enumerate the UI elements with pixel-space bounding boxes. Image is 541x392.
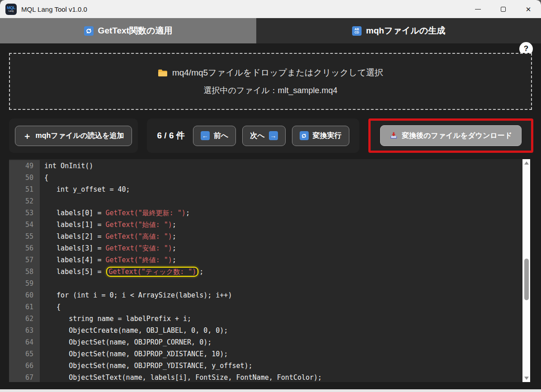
sync-icon bbox=[84, 26, 94, 36]
code-line-text: string name = labelPrefix + i; bbox=[40, 313, 191, 325]
code-line-text: ObjectCreate(name, OBJ_LABEL, 0, 0, 0); bbox=[40, 325, 228, 336]
line-number: 60 bbox=[9, 289, 40, 301]
maximize-button[interactable] bbox=[490, 0, 516, 18]
code-line: 49int OnInit() bbox=[9, 160, 522, 172]
drop-zone-text: mq4/mq5ファイルをドロップまたはクリックして選択 bbox=[172, 67, 383, 79]
vertical-scrollbar[interactable] bbox=[522, 159, 530, 382]
add-mqh-panel: ＋ mqhファイルの読込を追加 bbox=[9, 118, 138, 153]
scrollbar-thumb[interactable] bbox=[524, 259, 529, 300]
line-number: 65 bbox=[9, 348, 40, 360]
match-counter: 6 / 6 件 bbox=[157, 130, 185, 142]
code-line-text: { bbox=[40, 172, 48, 184]
line-number: 63 bbox=[9, 325, 40, 336]
line-number: 54 bbox=[9, 219, 40, 231]
code-line: 60 for (int i = 0; i < ArraySize(labels)… bbox=[9, 289, 522, 301]
line-number: 61 bbox=[9, 301, 40, 313]
code-line-text: ObjectSet(name, OBJPROP_XDISTANCE, 10); bbox=[40, 348, 228, 360]
download-label: 変換後のファイルをダウンロード bbox=[402, 131, 512, 141]
window-controls: ✕ bbox=[465, 0, 541, 18]
line-number: 64 bbox=[9, 336, 40, 348]
line-number: 66 bbox=[9, 360, 40, 372]
convert-sync-icon bbox=[300, 131, 309, 140]
line-number: 57 bbox=[9, 254, 40, 266]
triangle-up-icon bbox=[524, 161, 529, 165]
line-number: 62 bbox=[9, 313, 40, 325]
tab-label: GetText関数の適用 bbox=[98, 25, 173, 37]
line-number: 67 bbox=[9, 372, 40, 382]
add-mqh-label: mqhファイルの読込を追加 bbox=[35, 131, 124, 141]
code-line: 51 int y_offset = 40; bbox=[9, 184, 522, 195]
abcd-icon-row1: AB bbox=[354, 28, 359, 31]
code-line-text bbox=[40, 195, 44, 207]
line-number: 49 bbox=[9, 160, 40, 172]
code-line: 56 labels[3] = GetText("安値: "); bbox=[9, 242, 522, 254]
navigation-panel: 6 / 6 件 ← 前へ 次へ → 変換実行 bbox=[147, 118, 359, 153]
code-line-text: labels[3] = GetText("安値: "); bbox=[40, 242, 176, 254]
gettext-call: GetText("最終更新: ") bbox=[105, 209, 185, 217]
code-line-text: int OnInit() bbox=[40, 160, 93, 172]
code-line: 58 labels[5] = GetText("ティック数: "); bbox=[9, 266, 522, 278]
gettext-call: GetText("高値: ") bbox=[105, 232, 172, 241]
prev-button[interactable]: ← 前へ bbox=[193, 126, 236, 146]
prev-label: 前へ bbox=[214, 131, 228, 141]
code-line-text: labels[1] = GetText("始値: "); bbox=[40, 219, 176, 231]
next-label: 次へ bbox=[250, 131, 264, 141]
tab-mqh-generate[interactable]: AB CD mqhファイルの生成 bbox=[256, 18, 541, 43]
code-line-text: ObjectSet(name, OBJPROP_YDISTANCE, y_off… bbox=[40, 360, 253, 372]
abcd-icon-row2: CD bbox=[354, 31, 359, 34]
add-mqh-button[interactable]: ＋ mqhファイルの読込を追加 bbox=[15, 126, 132, 146]
code-line-text: int y_offset = 40; bbox=[40, 184, 130, 195]
line-number: 53 bbox=[9, 207, 40, 219]
download-highlight-frame: 変換後のファイルをダウンロード bbox=[368, 118, 533, 153]
code-line: 50{ bbox=[9, 172, 522, 184]
code-line: 61 { bbox=[9, 301, 522, 313]
gettext-call: GetText("終値: ") bbox=[105, 256, 172, 264]
gettext-call: GetText("安値: ") bbox=[105, 244, 172, 252]
code-lines[interactable]: 49int OnInit()50{51 int y_offset = 40;52… bbox=[9, 159, 522, 382]
app-logo-text-bottom: Lang bbox=[9, 10, 14, 12]
line-number: 56 bbox=[9, 242, 40, 254]
close-icon: ✕ bbox=[526, 6, 532, 13]
download-icon bbox=[390, 132, 398, 140]
scroll-up-button[interactable] bbox=[522, 159, 530, 167]
file-drop-zone[interactable]: mq4/mq5ファイルをドロップまたはクリックして選択 選択中のファイル：mlt… bbox=[9, 53, 532, 110]
code-line: 65 ObjectSet(name, OBJPROP_XDISTANCE, 10… bbox=[9, 348, 522, 360]
code-editor: 49int OnInit()50{51 int y_offset = 40;52… bbox=[9, 159, 530, 382]
maximize-icon bbox=[501, 7, 506, 12]
triangle-down-icon bbox=[524, 377, 529, 380]
title-bar: MQL Lang MQL Lang Tool v1.0.0 ✕ bbox=[0, 0, 541, 18]
code-line-text: for (int i = 0; i < ArraySize(labels); i… bbox=[40, 289, 232, 301]
download-button[interactable]: 変換後のファイルをダウンロード bbox=[380, 125, 522, 146]
help-icon: ? bbox=[524, 44, 528, 53]
line-number: 50 bbox=[9, 172, 40, 184]
close-button[interactable]: ✕ bbox=[516, 0, 541, 18]
tab-bar: GetText関数の適用 AB CD mqhファイルの生成 ? bbox=[0, 18, 541, 43]
window-title: MQL Lang Tool v1.0.0 bbox=[21, 5, 87, 13]
code-line-text: labels[5] = GetText("ティック数: "); bbox=[40, 266, 203, 278]
next-button[interactable]: 次へ → bbox=[242, 126, 285, 146]
app-logo-icon: MQL Lang bbox=[5, 4, 17, 15]
convert-button[interactable]: 変換実行 bbox=[292, 126, 349, 146]
scroll-down-button[interactable] bbox=[522, 374, 530, 382]
line-number: 59 bbox=[9, 278, 40, 289]
code-line-text: labels[2] = GetText("高値: "); bbox=[40, 231, 176, 242]
code-line: 53 labels[0] = GetText("最終更新: "); bbox=[9, 207, 522, 219]
window-bottom-edge bbox=[0, 389, 541, 392]
code-line-text: labels[4] = GetText("終値: "); bbox=[40, 254, 176, 266]
tab-label: mqhファイルの生成 bbox=[366, 25, 445, 37]
code-line: 52 bbox=[9, 195, 522, 207]
code-line: 62 string name = labelPrefix + i; bbox=[9, 313, 522, 325]
arrow-left-icon: ← bbox=[201, 131, 210, 140]
code-line: 59 bbox=[9, 278, 522, 289]
code-line: 57 labels[4] = GetText("終値: "); bbox=[9, 254, 522, 266]
tab-gettext-apply[interactable]: GetText関数の適用 bbox=[0, 18, 256, 43]
code-line: 67 ObjectSetText(name, labels[i], FontSi… bbox=[9, 372, 522, 382]
minimize-button[interactable] bbox=[465, 0, 490, 18]
code-line: 66 ObjectSet(name, OBJPROP_YDISTANCE, y_… bbox=[9, 360, 522, 372]
code-line: 54 labels[1] = GetText("始値: "); bbox=[9, 219, 522, 231]
minimize-icon bbox=[475, 9, 481, 9]
code-line-text: labels[0] = GetText("最終更新: "); bbox=[40, 207, 190, 219]
code-line: 55 labels[2] = GetText("高値: "); bbox=[9, 231, 522, 242]
line-number: 51 bbox=[9, 184, 40, 195]
line-number: 52 bbox=[9, 195, 40, 207]
